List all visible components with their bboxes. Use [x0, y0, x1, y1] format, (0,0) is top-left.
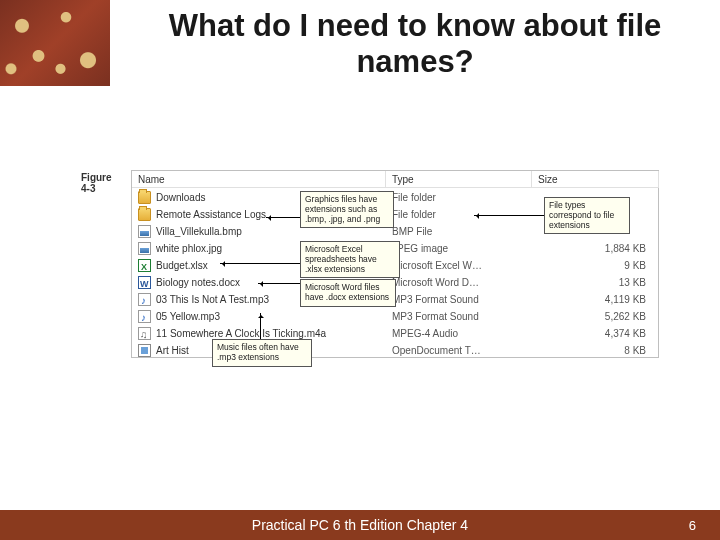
- folder-icon: [138, 191, 151, 204]
- file-type: JPEG image: [392, 240, 448, 257]
- file-type: MPEG-4 Audio: [392, 325, 458, 342]
- decorative-corner-image: [0, 0, 110, 86]
- arrow-icon: [474, 215, 544, 216]
- callout-music: Music files often have .mp3 extensions: [212, 339, 312, 367]
- docx-icon: [138, 276, 151, 289]
- footer-title: Practical PC 6 th Edition Chapter 4: [0, 517, 720, 533]
- arrow-icon: [220, 263, 300, 264]
- file-type: MP3 Format Sound: [392, 291, 479, 308]
- file-name: Biology notes.docx: [156, 274, 240, 291]
- table-row: 05 Yellow.mp3MP3 Format Sound5,262 KB: [132, 308, 658, 325]
- file-type: File folder: [392, 206, 436, 223]
- jpg-icon: [138, 242, 151, 255]
- file-type: Microsoft Excel W…: [392, 257, 482, 274]
- file-size: 4,374 KB: [605, 325, 646, 342]
- figure-label: Figure 4-3: [81, 172, 112, 194]
- mp3-icon: [138, 293, 151, 306]
- file-type: BMP File: [392, 223, 432, 240]
- callout-graphics: Graphics files have extensions such as .…: [300, 191, 394, 228]
- column-header-size: Size: [532, 171, 659, 188]
- folder-icon: [138, 208, 151, 221]
- callout-types: File types correspond to file extensions: [544, 197, 630, 234]
- table-row: Art HistOpenDocument T…8 KB: [132, 342, 658, 359]
- file-size: 1,884 KB: [605, 240, 646, 257]
- page-number: 6: [689, 518, 696, 533]
- m4a-icon: [138, 327, 151, 340]
- file-type: MP3 Format Sound: [392, 308, 479, 325]
- odt-icon: [138, 344, 151, 357]
- slide: What do I need to know about file names?…: [0, 0, 720, 540]
- file-list-pane: Name Type Size DownloadsFile folderRemot…: [131, 170, 659, 358]
- xlsx-icon: [138, 259, 151, 272]
- arrow-icon: [260, 313, 261, 339]
- mp3-icon: [138, 310, 151, 323]
- callout-word: Microsoft Word files have .docx extensio…: [300, 279, 396, 307]
- slide-title: What do I need to know about file names?: [130, 8, 700, 79]
- file-name: white phlox.jpg: [156, 240, 222, 257]
- file-size: 4,119 KB: [605, 291, 646, 308]
- file-size: 9 KB: [624, 257, 646, 274]
- file-name: 05 Yellow.mp3: [156, 308, 220, 325]
- footer: Practical PC 6 th Edition Chapter 4 6: [0, 510, 720, 540]
- file-type: Microsoft Word D…: [392, 274, 479, 291]
- callout-excel: Microsoft Excel spreadsheets have .xlsx …: [300, 241, 400, 278]
- column-header-type: Type: [386, 171, 532, 188]
- bmp-icon: [138, 225, 151, 238]
- file-name: Art Hist: [156, 342, 189, 359]
- file-name: Downloads: [156, 189, 205, 206]
- file-size: 13 KB: [619, 274, 646, 291]
- file-type: OpenDocument T…: [392, 342, 481, 359]
- column-header-name: Name: [132, 171, 386, 188]
- file-name: 03 This Is Not A Test.mp3: [156, 291, 269, 308]
- file-name: Budget.xlsx: [156, 257, 208, 274]
- table-row: 11 Somewhere A Clock Is Ticking.m4aMPEG-…: [132, 325, 658, 342]
- file-size: 8 KB: [624, 342, 646, 359]
- file-name: Remote Assistance Logs: [156, 206, 266, 223]
- file-name: Villa_Villekulla.bmp: [156, 223, 242, 240]
- arrow-icon: [258, 283, 300, 284]
- file-type: File folder: [392, 189, 436, 206]
- file-size: 5,262 KB: [605, 308, 646, 325]
- arrow-icon: [266, 217, 300, 218]
